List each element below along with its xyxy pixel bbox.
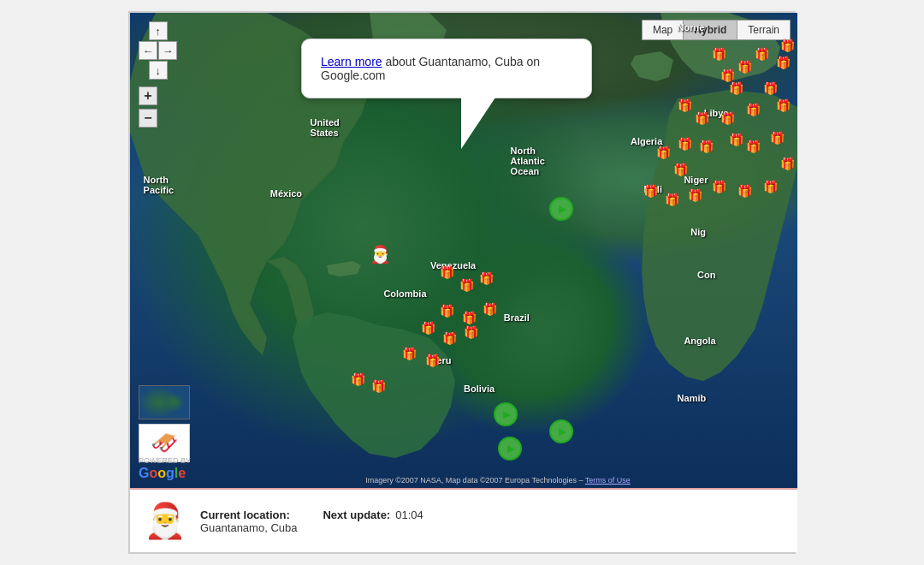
next-update-group: Next update: 01:04	[323, 508, 423, 521]
current-location-label: Current location:	[200, 508, 297, 521]
santa-icon-large: 🎅	[144, 501, 187, 541]
gift-marker-27: 🎁	[763, 180, 778, 193]
gift-marker-10: 🎁	[695, 111, 709, 125]
gift-marker-13: 🎁	[776, 98, 791, 112]
gift-marker-37: 🎁	[402, 347, 417, 360]
gift-marker-12: 🎁	[746, 103, 761, 116]
gift-marker-15: 🎁	[678, 137, 692, 151]
gift-marker-19: 🎁	[770, 131, 785, 145]
gift-marker-14: 🎁	[656, 146, 671, 159]
info-bar: 🎅 Current location: Guantanamo, Cuba Nex…	[130, 488, 797, 552]
mini-map[interactable]	[139, 385, 190, 419]
play-marker-3[interactable]	[549, 419, 573, 443]
pan-up-button[interactable]: ↑	[149, 21, 168, 40]
next-update-label: Next update:	[323, 508, 390, 521]
google-logo: Google	[139, 466, 191, 481]
gift-marker-28: 🎁	[440, 265, 454, 279]
map-type-terrain-button[interactable]: Terrain	[737, 21, 790, 39]
gift-marker-1: 🎁	[712, 47, 726, 61]
gift-marker-22: 🎁	[643, 184, 658, 198]
play-marker-4[interactable]	[498, 437, 522, 461]
map-controls: ↑ ← → ↓ + −	[139, 21, 177, 128]
gift-marker-26: 🎁	[737, 184, 752, 198]
play-marker-1[interactable]	[549, 197, 573, 221]
gift-marker-33: 🎁	[483, 302, 497, 316]
current-location-value: Guantanamo, Cuba	[200, 521, 297, 534]
pan-down-button[interactable]: ↓	[149, 61, 168, 80]
zoom-out-button[interactable]: −	[139, 109, 157, 128]
gift-marker-18: 🎁	[746, 140, 761, 153]
gift-marker-8: 🎁	[763, 81, 778, 95]
gift-marker-31: 🎁	[440, 304, 454, 318]
speech-bubble-link[interactable]: Learn more	[321, 55, 382, 68]
santa-marker: 🎅	[370, 244, 391, 265]
gift-marker-39: 🎁	[351, 372, 365, 386]
pan-right-button[interactable]: →	[158, 41, 177, 60]
gift-marker-17: 🎁	[729, 133, 743, 146]
speech-bubble: Learn more about Guantanamo, Cuba on Goo…	[301, 39, 592, 98]
powered-by: POWERED BY Google	[139, 456, 191, 481]
gift-marker-35: 🎁	[442, 331, 457, 345]
next-update-value: 01:04	[395, 508, 424, 521]
gift-marker-23: 🎁	[665, 193, 679, 206]
gift-marker-38: 🎁	[425, 354, 440, 367]
terms-link[interactable]: Terms of Use	[585, 476, 631, 485]
pan-left-button[interactable]: ←	[139, 41, 157, 60]
app-container: ↑ ← → ↓ + − Map Hybrid Terrain Learn mor…	[128, 11, 796, 554]
gift-marker-7: 🎁	[729, 81, 743, 95]
gift-marker-20: 🎁	[673, 163, 688, 176]
map-type-hybrid-button[interactable]: Hybrid	[684, 21, 737, 39]
play-marker-2[interactable]	[494, 402, 518, 426]
info-text: Current location: Guantanamo, Cuba Next …	[200, 508, 784, 534]
gift-marker-2: 🎁	[737, 60, 752, 74]
gift-marker-30: 🎁	[479, 271, 494, 285]
gift-marker-6: 🎁	[780, 39, 795, 52]
mini-map-inner	[139, 386, 189, 419]
gift-marker-24: 🎁	[688, 188, 702, 202]
gift-marker-3: 🎁	[755, 47, 769, 61]
gift-marker-25: 🎁	[712, 180, 726, 193]
zoom-in-button[interactable]: +	[139, 86, 157, 105]
gift-marker-29: 🎁	[459, 278, 474, 292]
gift-marker-11: 🎁	[720, 111, 735, 125]
gift-marker-5: 🎁	[720, 68, 735, 82]
gift-marker-21: 🎁	[780, 157, 795, 170]
map-type-map-button[interactable]: Map	[643, 21, 684, 39]
gift-marker-32: 🎁	[462, 311, 477, 324]
gift-marker-40: 🎁	[371, 379, 386, 393]
map-area[interactable]: ↑ ← → ↓ + − Map Hybrid Terrain Learn mor…	[130, 13, 797, 488]
gift-marker-36: 🎁	[464, 325, 478, 339]
gift-marker-4: 🎁	[776, 56, 791, 69]
map-attribution: Imagery ©2007 NASA, Map data ©2007 Europ…	[198, 476, 797, 485]
map-type-buttons: Map Hybrid Terrain	[642, 20, 791, 40]
current-location-group: Current location: Guantanamo, Cuba	[200, 508, 297, 534]
gift-marker-34: 🎁	[421, 321, 435, 335]
gift-marker-9: 🎁	[678, 98, 692, 112]
gift-marker-16: 🎁	[699, 140, 714, 153]
